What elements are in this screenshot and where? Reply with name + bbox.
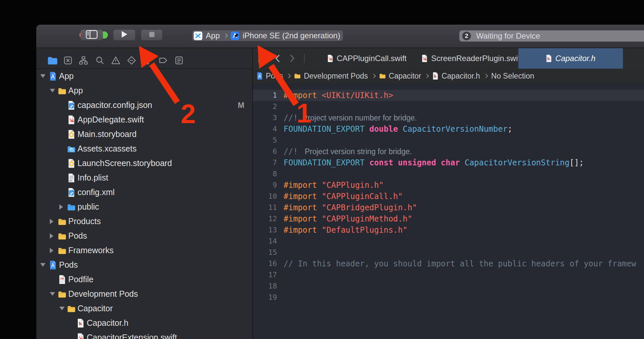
tree-row-capacitorextension-swift[interactable]: CapacitorExtension.swift [36, 330, 252, 339]
code-line-19[interactable]: 19 [253, 292, 644, 303]
navigator-source-control-icon[interactable] [63, 55, 73, 66]
disclosure-closed-icon[interactable] [59, 204, 63, 210]
tree-row-assets-xcassets[interactable]: Assets.xcassets [36, 142, 252, 156]
disclosure-closed-icon[interactable] [50, 219, 53, 224]
go-back-icon[interactable] [272, 53, 283, 64]
tree-row-main-storyboard[interactable]: Main.storyboard [36, 127, 252, 142]
navigator-symbols-icon[interactable] [78, 55, 89, 66]
activity-status-bar[interactable]: 2 Waiting for Device [459, 30, 644, 42]
tree-row-app[interactable]: App [36, 84, 252, 98]
folder-blue-file-icon [67, 202, 76, 212]
code-line-9[interactable]: 9#import "CAPPlugin.h" [253, 180, 644, 191]
editor-tab-capacitor-h[interactable]: hCapacitor.h [518, 48, 623, 69]
navigator-debug-icon[interactable] [142, 55, 153, 66]
breadcrumb-pods[interactable]: Pods [257, 72, 283, 81]
navigator-reports-icon[interactable] [174, 55, 184, 66]
breadcrumb-label: Capacitor [389, 72, 421, 81]
svg-text:h: h [434, 74, 436, 79]
disclosure-closed-icon[interactable] [50, 248, 53, 253]
tree-row-launchscreen-storyboard[interactable]: LaunchScreen.storyboard [36, 156, 252, 171]
line-number: 16 [253, 258, 277, 269]
assets-file-icon [67, 144, 76, 154]
go-forward-icon[interactable] [287, 53, 298, 64]
disclosure-open-icon[interactable] [40, 74, 46, 78]
navigator-sidebar: AppAppcapacitor.config.jsonMAppDelegate.… [36, 48, 252, 339]
breadcrumb-capacitor[interactable]: Capacitor [379, 72, 421, 81]
tree-row-frameworks[interactable]: Frameworks [36, 243, 252, 258]
code-line-7[interactable]: 7FOUNDATION_EXPORT const unsigned char C… [253, 157, 644, 168]
tree-row-development-pods[interactable]: Development Pods [36, 287, 252, 301]
breadcrumb-no-selection[interactable]: No Selection [491, 72, 534, 81]
code-line-1[interactable]: 1#import <UIKit/UIKit.h> [253, 90, 644, 101]
disclosure-open-icon[interactable] [40, 263, 46, 267]
editor-tab-screenreaderplugin-swift[interactable]: ScreenReaderPlugin.swift [426, 48, 518, 69]
code-line-16[interactable]: 16// In this header, you should import a… [253, 258, 644, 269]
code-line-12[interactable]: 12#import "CAPPluginMethod.h" [253, 213, 644, 224]
folder-file-icon [58, 86, 66, 96]
tree-row-pods[interactable]: Pods [36, 229, 252, 243]
tree-item-label: capacitor.config.json [77, 100, 152, 110]
code-line-18[interactable]: 18 [253, 281, 644, 292]
code-line-3[interactable]: 3//! Project version number for bridge. [253, 112, 644, 123]
disclosure-open-icon[interactable] [50, 89, 55, 92]
tree-row-public[interactable]: public [36, 200, 252, 214]
navigator-issues-icon[interactable] [110, 55, 121, 66]
tree-row-info-plist[interactable]: Info.plist [36, 171, 252, 185]
tree-item-label: Products [68, 217, 101, 226]
swift-file-icon [76, 333, 85, 339]
navigator-project-icon[interactable] [47, 55, 58, 66]
tree-row-capacitor[interactable]: Capacitor [36, 301, 252, 316]
code-line-8[interactable]: 8 [253, 168, 644, 180]
breadcrumb-capacitor-h[interactable]: hCapacitor.h [432, 72, 480, 81]
code-text: //! Project version string for bridge. [284, 146, 412, 157]
disclosure-closed-icon[interactable] [50, 233, 53, 239]
tree-row-capacitor-h[interactable]: hCapacitor.h [36, 316, 252, 330]
navigator-tab-strip [36, 48, 252, 68]
navigator-toggle-button[interactable] [80, 30, 103, 40]
code-line-11[interactable]: 11#import "CAPBridgedPlugin.h" [253, 202, 644, 213]
tree-row-podfile[interactable]: rbPodfile [36, 272, 252, 287]
scheme-selector[interactable]: App iPhone SE (2nd generation) [192, 30, 343, 41]
tree-row-products[interactable]: Products [36, 214, 252, 229]
ruby-file-icon: rb [58, 275, 66, 285]
source-code-area[interactable]: 1#import <UIKit/UIKit.h>23//! Project ve… [253, 83, 644, 339]
stop-button[interactable] [141, 30, 162, 40]
tree-row-config-xml[interactable]: config.xml [36, 185, 252, 200]
disclosure-open-icon[interactable] [50, 292, 55, 296]
tree-item-label: LaunchScreen.storyboard [77, 158, 172, 168]
tree-row-app[interactable]: App [36, 69, 252, 84]
tree-row-appdelegate-swift[interactable]: AppDelegate.swift [36, 113, 252, 127]
header-file-icon: h [546, 54, 552, 62]
code-line-14[interactable]: 14 [253, 236, 644, 247]
tree-row-capacitor-config-json[interactable]: capacitor.config.jsonM [36, 98, 252, 113]
project-file-icon [48, 260, 57, 270]
code-line-17[interactable]: 17 [253, 269, 644, 281]
line-number: 2 [253, 101, 277, 112]
navigator-breakpoints-icon[interactable] [158, 55, 169, 66]
code-text: #import "DefaultPlugins.h" [284, 224, 408, 236]
project-file-icon [48, 71, 57, 81]
code-line-6[interactable]: 6//! Project version string for bridge. [253, 146, 644, 157]
window-toolbar: App iPhone SE (2nd generation) 2 Waiting… [36, 25, 644, 48]
navigator-find-icon[interactable] [95, 55, 105, 66]
code-text: //! Project version number for bridge. [284, 112, 417, 123]
run-button[interactable] [113, 30, 135, 40]
breadcrumb-label: Capacitor.h [442, 72, 480, 81]
navigator-tests-icon[interactable] [126, 55, 137, 66]
code-line-10[interactable]: 10#import "CAPPluginCall.h" [253, 191, 644, 202]
folder-file-icon [58, 217, 66, 226]
disclosure-open-icon[interactable] [59, 307, 65, 310]
code-line-5[interactable]: 5 [253, 135, 644, 146]
code-line-2[interactable]: 2 [253, 101, 644, 112]
line-number: 8 [253, 168, 277, 180]
run-destination-icon [230, 31, 239, 40]
code-line-13[interactable]: 13#import "DefaultPlugins.h" [253, 224, 644, 236]
code-line-4[interactable]: 4FOUNDATION_EXPORT double CapacitorVersi… [253, 123, 644, 135]
code-line-15[interactable]: 15 [253, 247, 644, 258]
issue-count-badge[interactable]: 2 [462, 32, 471, 40]
breadcrumb-development-pods[interactable]: Development Pods [294, 72, 368, 81]
editor-layout-icon[interactable] [258, 53, 269, 64]
line-number: 19 [253, 292, 277, 303]
tree-row-pods[interactable]: Pods [36, 258, 252, 272]
editor-tab-capplugincall-swift[interactable]: CAPPluginCall.swift [308, 48, 425, 69]
